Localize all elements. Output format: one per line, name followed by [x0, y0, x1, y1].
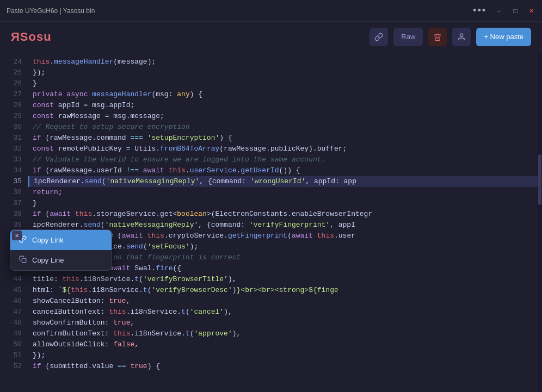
line-num-28: 28	[0, 100, 22, 111]
code-line-30: // Request to setup secure encryption	[28, 122, 542, 133]
line-num-29: 29	[0, 111, 22, 122]
code-area: 24 25 26 27 28 29 30 31 32 33 34 35 36 3…	[0, 52, 542, 392]
line-num-50: 50	[0, 339, 22, 350]
nav-actions: Raw + New paste	[369, 28, 531, 46]
code-line-34: if (rawMessage.userId !== await this.use…	[28, 165, 542, 176]
line-num-48: 48	[0, 318, 22, 328]
line-num-25: 25	[0, 67, 22, 78]
close-button[interactable]: ✕	[528, 7, 535, 15]
line-num-37: 37	[0, 198, 22, 209]
line-num-52: 52	[0, 361, 22, 372]
code-line-27: private async messageHandler(msg: any) {	[28, 89, 542, 100]
code-line-39: ipcRenderer.send('nativeMessagingReply',…	[28, 220, 542, 231]
code-line-45: html: `${this.i18nService.t('verifyBrows…	[28, 285, 542, 296]
copy-line-icon	[19, 256, 27, 265]
copy-link-label: Copy Link	[32, 236, 64, 244]
code-line-51: });	[28, 350, 542, 361]
line-num-47: 47	[0, 307, 22, 318]
more-options-icon[interactable]: •••	[473, 5, 486, 16]
code-line-37: }	[28, 198, 542, 209]
code-line-24: this.messageHandler(message);	[28, 57, 542, 67]
line-num-38: 38	[0, 209, 22, 220]
copy-link-menu-item[interactable]: Copy Link	[10, 230, 112, 250]
line-num-32: 32	[0, 144, 22, 154]
code-line-32: const remotePublicKey = Utils.fromB64ToA…	[28, 144, 542, 154]
svg-rect-1	[22, 258, 26, 263]
code-line-33: // Valudatе the UserId to ensure we are …	[28, 154, 542, 165]
window-title: Paste UYeGuH6o | Yasosu bin	[7, 7, 95, 15]
code-line-52: if (submitted.value == true) {	[28, 361, 542, 372]
user-button[interactable]	[452, 28, 471, 46]
code-line-26: }	[28, 78, 542, 89]
svg-point-0	[460, 34, 463, 36]
copy-line-label: Copy Line	[32, 256, 64, 264]
line-num-36: 36	[0, 187, 22, 198]
title-bar: Paste UYeGuH6o | Yasosu bin ••• – □ ✕	[0, 0, 542, 22]
title-bar-left: Paste UYeGuH6o | Yasosu bin	[7, 7, 95, 15]
maximize-button[interactable]: □	[512, 7, 519, 15]
title-bar-controls: ••• – □ ✕	[473, 5, 535, 16]
delete-button[interactable]	[428, 28, 447, 46]
code-line-36: return;	[28, 187, 542, 198]
line-numbers: 24 25 26 27 28 29 30 31 32 33 34 35 36 3…	[0, 52, 28, 392]
context-menu-close-button[interactable]: ✕	[12, 231, 22, 240]
line-num-39: 39	[0, 220, 22, 231]
raw-button[interactable]: Raw	[393, 28, 423, 46]
code-line-46: showCancelButton: true,	[28, 296, 542, 307]
logo: ЯSosu	[11, 30, 52, 44]
scrollbar-thumb[interactable]	[538, 154, 541, 206]
copy-line-menu-item[interactable]: Copy Line	[10, 250, 112, 270]
line-num-30: 30	[0, 122, 22, 133]
line-num-44: 44	[0, 274, 22, 285]
line-num-31: 31	[0, 133, 22, 144]
code-line-38: if (await this.storageService.get<boolea…	[28, 209, 542, 220]
new-paste-button[interactable]: + New paste	[476, 28, 531, 46]
code-line-49: confirmButtonText: this.i18nService.t('a…	[28, 328, 542, 339]
code-line-25: });	[28, 67, 542, 78]
code-line-48: showConfirmButton: true,	[28, 318, 542, 328]
code-line-31: if (rawMessage.command === 'setupEncrypt…	[28, 133, 542, 144]
code-line-47: cancelButtonText: this.i18nService.t('ca…	[28, 307, 542, 318]
line-num-51: 51	[0, 350, 22, 361]
nav-bar: ЯSosu Raw + New paste	[0, 22, 542, 52]
copy-link-nav-button[interactable]	[369, 28, 388, 46]
user-icon	[457, 33, 466, 41]
line-num-27: 27	[0, 89, 22, 100]
code-line-28: const appId = msg.appId;	[28, 100, 542, 111]
line-num-24: 24	[0, 57, 22, 67]
scrollbar[interactable]	[538, 52, 542, 392]
context-menu: Copy Link Copy Line	[10, 229, 112, 271]
line-num-33: 33	[0, 154, 22, 165]
line-num-46: 46	[0, 296, 22, 307]
code-container: 24 25 26 27 28 29 30 31 32 33 34 35 36 3…	[0, 52, 542, 392]
line-num-34: 34	[0, 165, 22, 176]
code-line-50: allowOutsideClick: false,	[28, 339, 542, 350]
code-content: this.messageHandler(message); }); } priv…	[28, 52, 542, 392]
trash-icon	[433, 33, 442, 41]
code-line-29: const rawMessage = msg.message;	[28, 111, 542, 122]
line-num-49: 49	[0, 328, 22, 339]
minimize-button[interactable]: –	[495, 7, 503, 15]
line-num-26: 26	[0, 78, 22, 89]
code-line-35: ipcRenderer.send('nativeMessagingReply',…	[28, 176, 542, 187]
line-num-45: 45	[0, 285, 22, 296]
code-line-44: title: this.i18nService.t('verifyBrowser…	[28, 274, 542, 285]
link-icon	[374, 33, 383, 41]
line-num-35: 35	[0, 176, 22, 187]
